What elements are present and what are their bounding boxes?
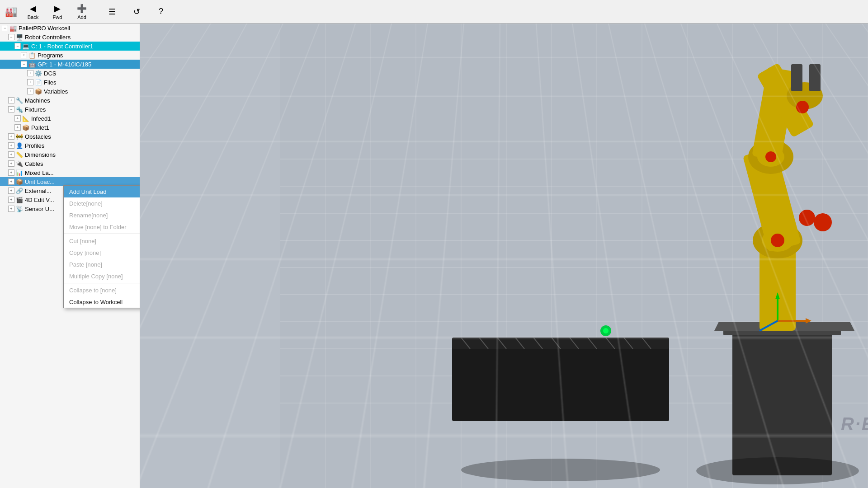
refresh-button[interactable]: ↺ [125,2,148,22]
expand-btn-machines[interactable]: + [8,97,14,103]
back-button[interactable]: ◀ Back [22,2,44,22]
tree-label-unit-load: Unit Loac... [25,178,55,185]
expand-btn-workcell[interactable]: − [2,25,8,31]
svg-rect-52 [452,340,669,421]
expand-btn-external[interactable]: + [8,188,14,194]
expand-btn-mixed-la[interactable]: + [8,169,14,176]
tree-item-profiles[interactable]: +👤Profiles [0,141,140,150]
expand-btn-robot-controllers[interactable]: − [8,34,14,40]
fixture-icon: 📐 [22,114,30,122]
menu-item-multiple-copy: Multiple Copy [none] [64,270,140,282]
menu-item-rename: Rename[none] [64,209,140,221]
help-icon: ? [156,7,166,17]
help-button[interactable]: ? [150,2,172,22]
expand-btn-unit-load[interactable]: + [8,178,14,185]
tree-item-files[interactable]: +📄Files [0,78,140,87]
tree-item-variables[interactable]: +📦Variables [0,87,140,96]
tree-label-variables: Variables [44,88,68,95]
obstacles-icon: 🚧 [15,132,24,141]
watermark-text: R·EARS [841,414,868,434]
tree-label-files: Files [44,79,56,86]
tree-item-gp1[interactable]: −🤖GP: 1 - M-410iC/185 [0,60,140,69]
expand-btn-obstacles[interactable]: + [8,133,14,140]
expand-btn-dcs[interactable]: + [27,70,33,76]
variables-icon: 📦 [34,87,42,95]
svg-rect-27 [732,331,832,475]
tree-label-infeed1: Infeed1 [31,115,51,122]
menu-separator [64,283,140,283]
tree-label-machines: Machines [25,97,50,104]
tree-item-fixtures[interactable]: −🔩Fixtures [0,105,140,114]
expand-btn-gp1[interactable]: − [21,61,27,67]
tree-container: −🏭PalletPRO Workcell−🖥️Robot Controllers… [0,23,140,213]
list-button[interactable]: ☰ [101,2,123,22]
external-icon: 🔗 [15,187,24,195]
menu-item-paste: Paste [none] [64,258,140,270]
machines-icon: 🔧 [15,96,24,104]
workcell-icon: 🏭 [9,24,17,32]
menu-item-copy: Copy [none] [64,247,140,258]
context-menu: Add Unit LoadDelete[none]Rename[none]Mov… [63,185,140,308]
expand-btn-fixtures[interactable]: − [8,106,14,113]
viewport: R·EARS [140,23,868,488]
robot-scene: R·EARS [140,23,868,488]
tree-label-mixed-la: Mixed La... [25,169,54,176]
tree-item-mixed-la[interactable]: +📊Mixed La... [0,168,140,177]
menu-item-cut: Cut [none] [64,235,140,247]
fixtures-icon: 🔩 [15,105,24,113]
expand-btn-dimensions[interactable]: + [8,151,14,158]
tree-item-cables[interactable]: +🔌Cables [0,159,140,168]
tree-label-fixtures: Fixtures [25,106,46,113]
tree-item-infeed1[interactable]: +📐Infeed1 [0,114,140,123]
expand-btn-4d-edit[interactable]: + [8,197,14,203]
tree-item-unit-load[interactable]: +📦Unit Loac... [0,177,140,186]
tree-item-dimensions[interactable]: +📏Dimensions [0,150,140,159]
tree-item-workcell[interactable]: −🏭PalletPRO Workcell [0,23,140,33]
menu-item-delete: Delete[none] [64,197,140,209]
tree-label-pallet1: Pallet1 [31,124,49,131]
expand-btn-cables[interactable]: + [8,160,14,167]
fwd-label: Fwd [53,14,62,20]
expand-btn-profiles[interactable]: + [8,142,14,149]
tree-item-programs[interactable]: +📋Programs [0,51,140,60]
svg-rect-39 [791,64,802,91]
svg-rect-53 [452,338,669,349]
expand-btn-files[interactable]: + [27,79,33,85]
svg-point-45 [814,213,832,231]
fwd-button[interactable]: ▶ Fwd [46,2,69,22]
add-button[interactable]: ➕ Add [71,2,93,22]
svg-point-43 [799,210,815,226]
main-area: −🏭PalletPRO Workcell−🖥️Robot Controllers… [0,23,868,488]
tree-label-profiles: Profiles [25,142,44,149]
tree-item-robot-controllers[interactable]: −🖥️Robot Controllers [0,33,140,42]
cables-icon: 🔌 [15,160,24,168]
tree-label-sensor-u: Sensor U... [25,206,54,212]
expand-btn-sensor-u[interactable]: + [8,206,14,212]
menu-item-add-unit-load[interactable]: Add Unit Load [64,186,140,197]
menu-item-collapse-to-none: Collapse to [none] [64,284,140,296]
left-panel[interactable]: −🏭PalletPRO Workcell−🖥️Robot Controllers… [0,23,140,488]
programs-icon: 📋 [28,51,36,59]
tree-item-dcs[interactable]: +⚙️DCS [0,69,140,78]
menu-separator [64,234,140,234]
expand-btn-variables[interactable]: + [27,88,33,94]
tree-item-c1-controller[interactable]: −💻C: 1 - Robot Controller1 [0,42,140,51]
tree-label-obstacles: Obstacles [25,133,51,140]
expand-btn-infeed1[interactable]: + [14,115,21,122]
back-label: Back [28,14,38,20]
add-icon: ➕ [77,4,87,14]
tree-item-obstacles[interactable]: +🚧Obstacles [0,132,140,141]
svg-point-44 [796,101,809,113]
tree-item-machines[interactable]: +🔧Machines [0,96,140,105]
menu-item-collapse-to-workcell[interactable]: Collapse to Workcell [64,296,140,308]
expand-btn-programs[interactable]: + [21,52,27,58]
svg-point-41 [771,234,784,247]
menu-item-move-to-folder: Move [none] to Folder [64,221,140,233]
toolbar: 🏭 ◀ Back ▶ Fwd ➕ Add ☰ ↺ ? [0,0,868,23]
expand-btn-c1-controller[interactable]: − [14,43,21,49]
expand-btn-pallet1[interactable]: + [14,124,21,131]
tree-item-pallet1[interactable]: +📦Pallet1 [0,123,140,132]
tree-label-robot-controllers: Robot Controllers [25,34,71,41]
separator-1 [97,4,97,20]
refresh-icon: ↺ [132,7,142,17]
